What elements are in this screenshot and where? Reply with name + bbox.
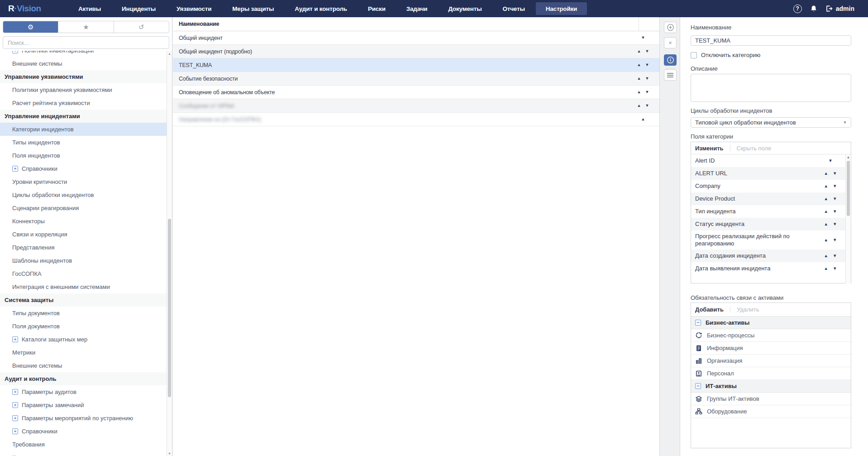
sidebar-item[interactable]: + Типы инцидентов [0, 136, 167, 149]
delete-category-button[interactable]: × [664, 37, 677, 48]
sidebar-item[interactable]: + Представления [0, 241, 167, 254]
category-row[interactable]: Общий инцидент (подробно) ▲ ▼ [173, 45, 659, 58]
field-row[interactable]: Дата выявления инцидента ▲ ▼ [691, 262, 851, 275]
disable-category-checkbox[interactable]: Отключить категорию [691, 52, 760, 58]
hide-field-button[interactable]: Скрыть поле [730, 145, 778, 152]
move-up-icon[interactable]: ▲ [824, 254, 828, 258]
sidebar-item[interactable]: + Поля инцидентов [0, 149, 167, 162]
move-up-icon[interactable]: ▲ [641, 117, 645, 121]
asset-item-information[interactable]: Информация [691, 342, 851, 355]
move-down-icon[interactable]: ▼ [833, 171, 837, 176]
move-down-icon[interactable]: ▼ [833, 222, 837, 226]
category-row[interactable]: Общий инцидент ▲ ▼ [173, 31, 659, 45]
move-down-icon[interactable]: ▼ [645, 63, 649, 67]
move-up-icon[interactable]: ▲ [824, 209, 828, 214]
rvision-logo[interactable]: R·Vision [0, 4, 68, 14]
asset-item-equipment[interactable]: Оборудование [691, 405, 851, 418]
nav-item[interactable]: Аудит и контроль [285, 2, 357, 15]
fields-scrollbar[interactable]: ▲ ▼ [845, 154, 851, 283]
user-menu[interactable]: admin [825, 5, 854, 12]
sidebar-item[interactable]: + Политики управления уязвимостями [0, 83, 167, 96]
remove-asset-button[interactable]: Удалить [730, 306, 766, 313]
category-row[interactable]: Оповещение об аномальном объекте ▲ ▼ [173, 86, 659, 99]
move-down-icon[interactable]: ▼ [833, 184, 837, 188]
expand-plus-icon[interactable]: + [12, 402, 18, 408]
move-up-icon[interactable]: ▲ [637, 49, 641, 53]
sidebar-item[interactable]: + Метрики [0, 346, 167, 359]
nav-item[interactable]: Отчеты [493, 2, 535, 15]
sidebar-item[interactable]: + Циклы обработки инцидентов [0, 188, 167, 202]
move-down-icon[interactable]: ▼ [645, 90, 649, 94]
asset-item-it-groups[interactable]: Группы ИТ-активов [691, 393, 851, 405]
expand-plus-icon[interactable]: + [12, 389, 18, 395]
sidebar-item[interactable]: + Типы документов [0, 307, 167, 320]
sidebar-item[interactable]: + Параметры замечаний [0, 398, 167, 412]
expand-plus-icon[interactable]: + [12, 166, 18, 172]
move-down-icon[interactable]: ▼ [828, 158, 832, 163]
move-up-icon[interactable]: ▲ [637, 63, 641, 67]
asset-item-personnel[interactable]: Персонал [691, 367, 851, 380]
sidebar-item[interactable]: + Каталоги защитных мер [0, 333, 167, 346]
asset-group-business[interactable]: − Бизнес-активы [691, 317, 851, 329]
sidebar-item[interactable]: + Категории инцидентов [0, 123, 167, 136]
tab-favorites[interactable]: ★ [58, 21, 114, 33]
nav-item[interactable]: Документы [438, 2, 491, 15]
sidebar-item[interactable]: + Требования [0, 438, 167, 451]
sidebar-item[interactable]: + Справочники [0, 162, 167, 175]
move-down-icon[interactable]: ▼ [833, 197, 837, 201]
expand-plus-icon[interactable]: + [12, 51, 18, 53]
move-down-icon[interactable]: ▼ [833, 238, 837, 242]
field-row[interactable]: Статус инцидента ▲ ▼ [691, 218, 851, 230]
sidebar-item[interactable]: + Политики инвентаризации [0, 51, 167, 57]
nav-item[interactable]: Задачи [396, 2, 438, 15]
move-down-icon[interactable]: ▼ [833, 209, 837, 214]
move-up-icon[interactable]: ▲ [824, 197, 828, 201]
table-header[interactable]: Наименование [173, 17, 659, 31]
sidebar-item[interactable]: + Коннекторы [0, 215, 167, 228]
move-down-icon[interactable]: ▼ [641, 36, 645, 40]
checkbox-unchecked-icon[interactable] [691, 52, 697, 58]
sidebar-item[interactable]: + Шаблоны инцидентов [0, 254, 167, 267]
move-up-icon[interactable]: ▲ [637, 104, 641, 108]
scroll-down-icon[interactable]: ▼ [846, 154, 851, 160]
asset-item-business-processes[interactable]: Бизнес-процессы [691, 329, 851, 342]
expand-plus-icon[interactable]: + [12, 428, 18, 434]
category-row[interactable]: Событие безопасности ▲ ▼ [173, 72, 659, 86]
scrollbar-thumb[interactable] [168, 219, 171, 397]
sidebar-item[interactable]: + Сценарии реагирования [0, 202, 167, 215]
sidebar-item[interactable]: + ГосСОПКА [0, 267, 167, 280]
sidebar-scrollbar[interactable]: ▲ ▼ [167, 51, 172, 456]
add-asset-button[interactable]: Добавить [691, 306, 730, 313]
field-row[interactable]: Company ▲ ▼ [691, 180, 851, 192]
info-panel-button[interactable] [664, 54, 677, 66]
sidebar-item[interactable]: + Уровни критичности [0, 175, 167, 188]
sidebar-item[interactable]: + Внешние системы [0, 359, 167, 372]
name-input[interactable] [691, 35, 851, 46]
nav-item[interactable]: Уязвимости [167, 2, 221, 15]
sidebar-item[interactable]: + Параметры аудитов [0, 385, 167, 398]
expand-plus-icon[interactable]: + [12, 336, 18, 342]
move-up-icon[interactable]: ▲ [637, 90, 641, 94]
list-view-button[interactable] [664, 69, 677, 81]
collapse-minus-icon[interactable]: − [695, 320, 701, 326]
scrollbar-thumb[interactable] [847, 161, 850, 216]
nav-item[interactable]: Инциденты [112, 2, 166, 15]
move-up-icon[interactable]: ▲ [824, 222, 828, 226]
move-up-icon[interactable]: ▲ [824, 171, 828, 176]
collapse-minus-icon[interactable]: − [695, 383, 701, 389]
expand-plus-icon[interactable]: + [12, 415, 18, 421]
move-up-icon[interactable]: ▲ [824, 238, 828, 242]
tab-history[interactable]: ↺ [114, 21, 169, 33]
sidebar-item[interactable]: + Параметры мероприятий по устранению [0, 412, 167, 425]
move-down-icon[interactable]: ▼ [833, 266, 837, 271]
field-row[interactable]: Alert ID ▲ ▼ [691, 154, 851, 167]
help-icon[interactable]: ? [793, 5, 802, 13]
sidebar-item[interactable]: + Поля документов [0, 320, 167, 333]
sidebar-item[interactable]: + Контрольные проверки [0, 451, 167, 456]
nav-item[interactable]: Риски [358, 2, 396, 15]
description-textarea[interactable] [691, 74, 851, 102]
asset-group-it[interactable]: − ИТ-активы [691, 380, 851, 393]
sidebar-item[interactable]: + Связи и корреляция [0, 228, 167, 241]
sidebar-item[interactable]: + Расчет рейтинга уязвимости [0, 96, 167, 110]
sidebar-item[interactable]: + Интеграция с внешними системами [0, 280, 167, 293]
